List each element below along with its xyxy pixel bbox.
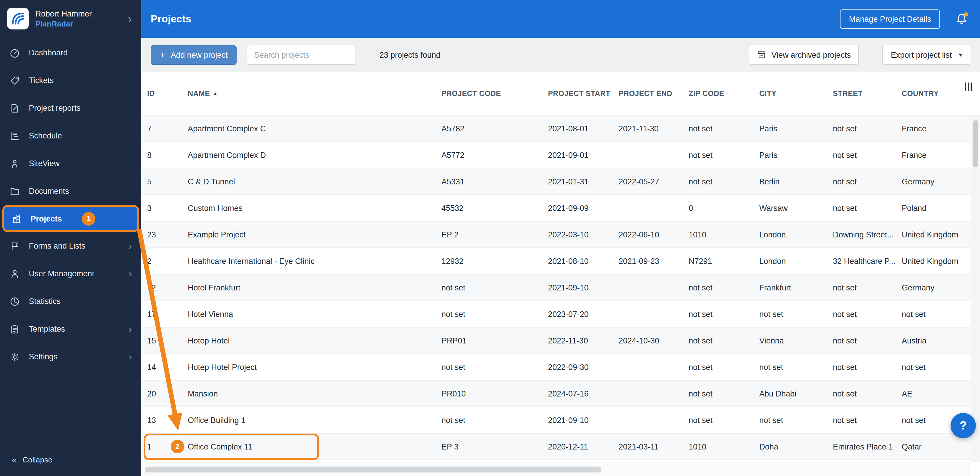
- column-header-country[interactable]: COUNTRY: [902, 89, 954, 97]
- cell-name: Hotel Frankfurt: [188, 283, 441, 292]
- cell-end: 2021-11-30: [619, 124, 689, 133]
- cell-name: Mansion: [188, 389, 441, 398]
- cell-zip: N7291: [689, 257, 759, 265]
- cell-zip: not set: [689, 283, 759, 292]
- sidebar: Robert Hammer PlanRadar › DashboardTicke…: [0, 0, 141, 476]
- search-projects-input[interactable]: [247, 45, 356, 65]
- table-row[interactable]: 1Office Complex 11EP 32020-12-112021-03-…: [141, 434, 971, 460]
- sidebar-item-project-reports[interactable]: Project reports: [0, 94, 141, 122]
- column-header-name[interactable]: NAME▲: [188, 89, 441, 97]
- sidebar-item-user-management[interactable]: User Management›: [0, 260, 141, 288]
- cell-start: 2021-09-10: [548, 283, 619, 292]
- cell-code: not set: [441, 415, 548, 425]
- table-row[interactable]: 14Hotep Hotel Projectnot set2022-09-30no…: [141, 354, 971, 380]
- collapse-sidebar-button[interactable]: « Collapse: [0, 447, 141, 473]
- cell-start: 2024-07-16: [548, 389, 619, 398]
- cell-id: 12: [147, 283, 188, 292]
- page-header: Projects Manage Project Details: [141, 0, 980, 38]
- cell-country: United Kingdom: [902, 230, 971, 239]
- table-row[interactable]: 8Apartment Complex DA57722021-09-01not s…: [141, 142, 971, 168]
- sidebar-item-statistics[interactable]: Statistics: [0, 288, 141, 315]
- cell-street: Downing Street...: [833, 230, 902, 239]
- table-row[interactable]: 13Office Building 1not set2021-09-10not …: [141, 407, 971, 434]
- cell-country: Austria: [902, 336, 971, 345]
- sidebar-item-documents[interactable]: Documents: [0, 177, 141, 205]
- sidebar-item-forms-and-lists[interactable]: Forms and Lists›: [0, 232, 141, 260]
- projects-icon: [11, 213, 22, 224]
- cell-end: 2022-06-10: [619, 230, 689, 239]
- cell-street: not set: [833, 177, 902, 186]
- cell-city: not set: [759, 415, 833, 425]
- table-row[interactable]: 2Healthcare International - Eye Clinic12…: [141, 248, 971, 275]
- cell-id: 15: [147, 336, 188, 345]
- dashboard-icon: [10, 48, 20, 58]
- scrollbar-thumb[interactable]: [973, 120, 978, 167]
- help-button[interactable]: ?: [951, 413, 976, 438]
- sidebar-item-schedule[interactable]: Schedule: [0, 122, 141, 150]
- table-row[interactable]: 23Example ProjectEP 22022-03-102022-06-1…: [141, 222, 971, 248]
- cell-country: United Kingdom: [902, 257, 971, 265]
- horizontal-scrollbar[interactable]: [141, 462, 971, 476]
- cell-zip: not set: [689, 415, 759, 425]
- table-row[interactable]: 3Custom Homes455322021-09-090Warsawnot s…: [141, 195, 971, 222]
- column-header-start[interactable]: PROJECT START: [548, 89, 619, 97]
- cell-id: 13: [147, 415, 188, 425]
- cell-start: 2021-09-09: [548, 203, 619, 212]
- cell-id: 17: [147, 310, 188, 318]
- table-row[interactable]: 12Hotel Frankfurtnot set2021-09-10not se…: [141, 275, 971, 301]
- table-row[interactable]: 7Apartment Complex CA57822021-08-012021-…: [141, 115, 971, 142]
- column-header-city[interactable]: CITY: [759, 89, 833, 97]
- documents-icon: [10, 186, 20, 196]
- column-header-street[interactable]: STREET: [833, 89, 902, 97]
- cell-country: Germany: [902, 283, 971, 292]
- column-header-code[interactable]: PROJECT CODE: [441, 89, 548, 97]
- cell-zip: 0: [689, 203, 759, 212]
- tickets-icon: [10, 75, 20, 86]
- table-row[interactable]: 17Hotel Viennanot set2023-07-20not setno…: [141, 301, 971, 327]
- sidebar-item-label: Documents: [29, 187, 69, 196]
- column-header-id[interactable]: ID: [147, 89, 188, 97]
- sidebar-item-label: Tickets: [29, 76, 54, 85]
- account-profile[interactable]: Robert Hammer PlanRadar ›: [0, 0, 141, 35]
- view-archived-projects-button[interactable]: View archived projects: [748, 45, 859, 65]
- scrollbar-thumb[interactable]: [145, 466, 601, 473]
- manage-project-details-button[interactable]: Manage Project Details: [840, 9, 940, 29]
- sidebar-item-tickets[interactable]: Tickets: [0, 67, 141, 94]
- column-header-zip[interactable]: ZIP CODE: [689, 89, 759, 97]
- column-header-end[interactable]: PROJECT END: [619, 89, 689, 97]
- cell-street: not set: [833, 203, 902, 212]
- cell-city: Paris: [759, 150, 833, 159]
- cell-code: 12932: [441, 257, 548, 265]
- notifications-bell-icon[interactable]: [955, 12, 968, 26]
- add-new-project-button[interactable]: + Add new project: [151, 45, 237, 64]
- sidebar-item-templates[interactable]: Templates›: [0, 315, 141, 343]
- vertical-scrollbar[interactable]: [971, 115, 980, 462]
- cell-code: PR010: [441, 389, 548, 398]
- step-badge-1: 1: [82, 212, 95, 225]
- cell-start: 2021-01-31: [548, 177, 619, 186]
- sidebar-item-projects[interactable]: Projects1: [2, 205, 139, 232]
- chevron-right-icon: ›: [129, 268, 132, 279]
- cell-code: PRP01: [441, 336, 548, 345]
- planradar-app: Robert Hammer PlanRadar › DashboardTicke…: [0, 0, 980, 476]
- cell-id: 20: [147, 389, 188, 398]
- chevron-right-icon[interactable]: ›: [128, 13, 134, 24]
- cell-street: not set: [833, 415, 902, 425]
- table-row[interactable]: 15Hotep HotelPRP012022-11-302024-10-30no…: [141, 327, 971, 354]
- cell-start: 2021-09-01: [548, 150, 619, 159]
- cell-name: Example Project: [188, 230, 441, 239]
- cell-end: 2021-09-23: [619, 257, 689, 265]
- export-project-list-button[interactable]: Export project list: [883, 45, 971, 65]
- cell-city: Berlin: [759, 177, 833, 186]
- sidebar-item-dashboard[interactable]: Dashboard: [0, 39, 141, 67]
- column-settings-icon[interactable]: [964, 83, 972, 91]
- cell-id: 3: [147, 203, 188, 212]
- cell-street: not set: [833, 150, 902, 159]
- statistics-icon: [10, 296, 20, 307]
- sidebar-item-siteview[interactable]: SiteView: [0, 150, 141, 177]
- sidebar-item-settings[interactable]: Settings›: [0, 343, 141, 371]
- cell-street: not set: [833, 336, 902, 345]
- table-row[interactable]: 20MansionPR0102024-07-16not setAbu Dhabi…: [141, 380, 971, 407]
- table-row[interactable]: 5C & D TunnelA53312021-01-312022-05-27no…: [141, 168, 971, 195]
- column-label: COUNTRY: [902, 89, 939, 97]
